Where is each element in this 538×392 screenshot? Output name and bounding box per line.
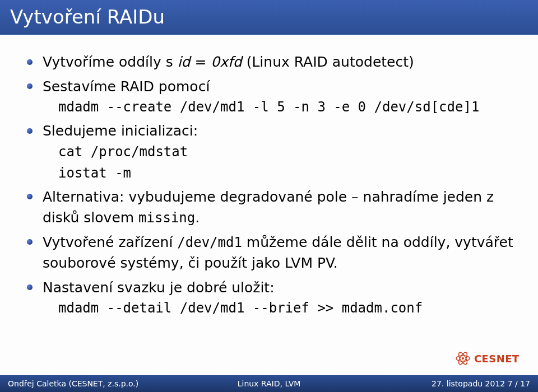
- bullet-item-5: Vytvořené zařízení /dev/md1 můžeme dále …: [27, 232, 518, 274]
- bullet-icon: [27, 83, 33, 89]
- item1-post: (Linux RAID autodetect): [242, 54, 414, 70]
- item5-code: /dev/md1: [177, 235, 242, 250]
- item6-text: Nastavení svazku je dobré uložit:: [43, 279, 275, 296]
- bullet-item-4: Alternativa: vybudujeme degradované pole…: [27, 186, 518, 228]
- item3-text: Sledujeme inicializaci:: [43, 123, 198, 139]
- bullet-icon: [27, 59, 33, 65]
- item6-code: mdadm --detail /dev/md1 --brief >> mdadm…: [43, 298, 518, 318]
- item1-pre: Vytvoříme oddíly s: [43, 54, 178, 70]
- item2-code: mdadm --create /dev/md1 -l 5 -n 3 -e 0 /…: [43, 97, 518, 117]
- bullet-icon: [27, 128, 33, 134]
- item4-a: Alternativa: vybudujeme degradované pole…: [43, 189, 494, 226]
- item3-code2: iostat -m: [43, 163, 518, 183]
- bullet-icon: [27, 284, 33, 290]
- footer-left: Ondřej Caletka (CESNET, z.s.p.o.): [0, 379, 182, 388]
- bullet-icon: [27, 239, 33, 245]
- title-text: Vytvoření RAIDu: [10, 6, 165, 28]
- item5-a: Vytvořené zařízení: [43, 234, 177, 250]
- item2-text: Sestavíme RAID pomocí: [43, 78, 210, 95]
- bullet-item-3: Sledujeme inicializaci: cat /proc/mdstat…: [27, 120, 518, 183]
- item4-code: missing: [138, 210, 195, 226]
- item3-code1: cat /proc/mdstat: [43, 142, 518, 162]
- item1-var1: id: [178, 54, 191, 70]
- atom-icon: [455, 351, 471, 366]
- item1-eq: =: [191, 54, 211, 70]
- bullet-item-2: Sestavíme RAID pomocí mdadm --create /de…: [27, 76, 518, 118]
- cesnet-logo: CESNET: [455, 348, 522, 368]
- footer-right: 27. listopadu 2012 7 / 17: [356, 379, 538, 388]
- slide-footer: Ondřej Caletka (CESNET, z.s.p.o.) Linux …: [0, 375, 538, 392]
- svg-point-3: [462, 357, 464, 360]
- bullet-item-1: Vytvoříme oddíly s id = 0xfd (Linux RAID…: [27, 52, 518, 73]
- item1-var2: 0xfd: [211, 54, 242, 70]
- item4-b: .: [195, 209, 200, 226]
- bullet-item-6: Nastavení svazku je dobré uložit: mdadm …: [27, 277, 518, 319]
- footer-center: Linux RAID, LVM: [182, 379, 356, 388]
- slide-content: Vytvoříme oddíly s id = 0xfd (Linux RAID…: [0, 35, 538, 318]
- slide-title: Vytvoření RAIDu: [0, 0, 538, 35]
- logo-text: CESNET: [474, 353, 520, 365]
- bullet-icon: [27, 194, 33, 199]
